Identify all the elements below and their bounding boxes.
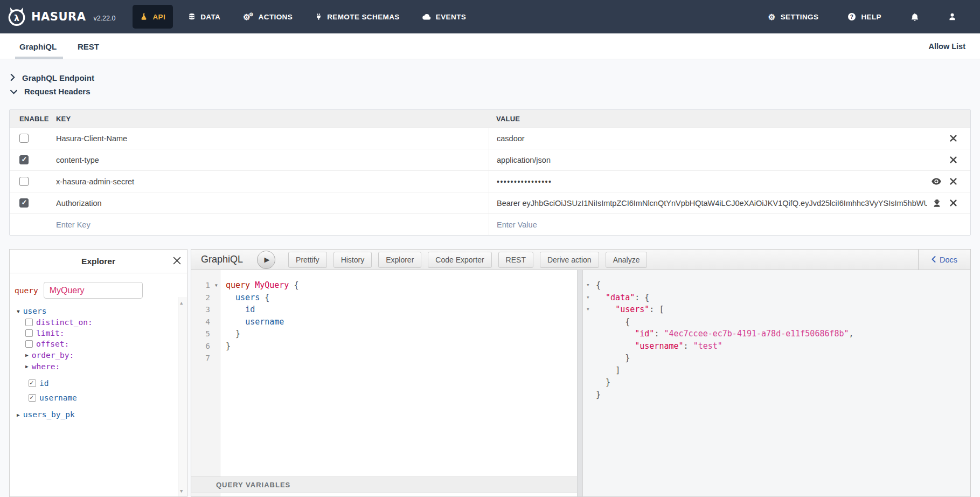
rest-button[interactable]: REST <box>498 252 533 268</box>
navbar-right: ⚙ SETTINGS ? HELP <box>761 5 964 29</box>
response-line: "username": "test" <box>583 340 970 353</box>
header-key-input[interactable] <box>56 199 489 208</box>
field-checkbox[interactable] <box>29 379 36 387</box>
explorer-arg-where[interactable]: where: <box>15 361 175 372</box>
enable-checkbox[interactable] <box>19 177 29 186</box>
tab-rest[interactable]: REST <box>75 33 101 59</box>
editor-response-divider[interactable] <box>577 270 583 496</box>
user-menu-button[interactable] <box>941 5 964 29</box>
svg-text:?: ? <box>850 14 854 20</box>
header-value-input[interactable] <box>497 134 944 143</box>
explorer-field-users-by-pk[interactable]: users_by_pk <box>15 409 175 420</box>
remove-header-button[interactable] <box>950 178 957 185</box>
code-line: users { <box>226 292 577 304</box>
nav-item-settings[interactable]: ⚙ SETTINGS <box>761 5 826 29</box>
header-key-input[interactable] <box>56 156 489 164</box>
explorer-arg-offset[interactable]: offset: <box>15 339 175 349</box>
explorer-body: query users distinct_on: limit: offset: … <box>10 273 187 496</box>
explorer-field-users[interactable]: users <box>15 305 175 317</box>
gutter-line-number: 7 <box>191 352 220 364</box>
explorer-button[interactable]: Explorer <box>378 252 421 268</box>
enable-checkbox[interactable] <box>19 134 29 143</box>
code-line: username <box>226 316 577 328</box>
nav-item-events[interactable]: EVENTS <box>415 5 474 29</box>
query-name-input[interactable] <box>44 282 143 299</box>
response-line: ] <box>583 364 970 377</box>
arg-checkbox[interactable] <box>25 340 33 348</box>
header-value-input[interactable] <box>497 156 944 164</box>
hasura-logo-icon[interactable]: λ <box>6 6 27 27</box>
notifications-button[interactable] <box>903 5 927 29</box>
explorer-scrollbar[interactable] <box>178 297 187 496</box>
explorer-field-username[interactable]: username <box>15 390 175 405</box>
arg-checkbox[interactable] <box>25 319 33 326</box>
reveal-value-eye-icon[interactable] <box>932 178 941 185</box>
explorer-arg-order-by[interactable]: order_by: <box>15 349 175 361</box>
graphql-endpoint-toggle[interactable]: GraphQL Endpoint <box>10 73 94 82</box>
new-header-key-input[interactable] <box>56 220 489 229</box>
enable-checkbox[interactable] <box>19 155 29 164</box>
new-header-value-input[interactable] <box>497 220 965 229</box>
nav-item-help[interactable]: ? HELP <box>840 5 889 29</box>
remove-header-button[interactable] <box>950 135 957 142</box>
top-navbar: λ HASURA v2.22.0 API DATA ⚙⚙ ACTIONS <box>0 0 980 33</box>
response-line: "users": [ <box>583 303 970 316</box>
arg-checkbox[interactable] <box>25 329 33 337</box>
close-icon[interactable] <box>173 257 181 265</box>
code-exporter-button[interactable]: Code Exporter <box>428 252 491 268</box>
field-checkbox[interactable] <box>29 394 36 402</box>
response-line: { <box>583 316 970 328</box>
query-variables-label: QUERY VARIABLES <box>216 481 290 489</box>
gears-icon: ⚙⚙ <box>243 13 253 21</box>
execute-query-button[interactable] <box>257 251 275 269</box>
enable-checkbox[interactable] <box>19 198 29 208</box>
derive-action-button[interactable]: Derive action <box>540 252 599 268</box>
explorer-arg-limit[interactable]: limit: <box>15 328 175 339</box>
nav-item-data[interactable]: DATA <box>180 5 228 29</box>
tab-graphiql[interactable]: GraphiQL <box>17 33 59 59</box>
response-line: { <box>583 279 970 292</box>
code-line: id <box>226 303 577 316</box>
history-button[interactable]: History <box>333 252 372 268</box>
explorer-arg-distinct-on[interactable]: distinct_on: <box>15 317 175 328</box>
explorer-title: Explorer <box>81 257 115 266</box>
docs-button[interactable]: Docs <box>918 250 970 270</box>
query-editor[interactable]: 1 2 3 4 5 6 7 query MyQuery { users { id… <box>191 270 577 496</box>
graphiql-toolbar: GraphiQL Prettify History Explorer Code … <box>191 250 970 270</box>
header-row-hasura-client-name <box>10 127 970 149</box>
request-headers-toggle[interactable]: Request Headers <box>10 87 91 96</box>
explorer-field-id[interactable]: id <box>15 376 175 390</box>
header-row-content-type <box>10 149 970 170</box>
response-line: } <box>583 389 970 401</box>
query-variables-bar[interactable]: QUERY VARIABLES <box>191 477 577 493</box>
response-pane: { "data": { "users": [ { "id": "4ec7ccee… <box>583 270 970 496</box>
header-value-input[interactable] <box>497 199 927 208</box>
decode-jwt-icon[interactable] <box>933 199 941 208</box>
header-key-input[interactable] <box>56 177 489 186</box>
gutter-line-number: 4 <box>191 316 220 328</box>
remove-header-button[interactable] <box>950 156 957 163</box>
code-line: query MyQuery { <box>226 279 577 292</box>
remove-header-button[interactable] <box>950 199 957 206</box>
query-code[interactable]: query MyQuery { users { id username } } <box>220 270 577 496</box>
chevron-right-icon <box>10 73 15 82</box>
nav-item-label: EVENTS <box>436 13 466 21</box>
nav-item-remote-schemas[interactable]: REMOTE SCHEMAS <box>308 5 407 29</box>
response-line: "data": { <box>583 292 970 304</box>
brand-title: HASURA <box>31 10 86 23</box>
gutter-line-number: 3 <box>191 303 220 316</box>
header-value-input-masked[interactable] <box>497 177 926 186</box>
gutter-line-number[interactable]: 1 <box>191 279 220 292</box>
analyze-button[interactable]: Analyze <box>606 252 648 268</box>
chevron-down-icon <box>10 87 17 96</box>
header-key-input[interactable] <box>56 134 489 143</box>
graphiql-body: 1 2 3 4 5 6 7 query MyQuery { users { id… <box>191 270 970 496</box>
prettify-button[interactable]: Prettify <box>288 252 327 268</box>
response-line: } <box>583 352 970 364</box>
nav-item-actions[interactable]: ⚙⚙ ACTIONS <box>235 5 300 29</box>
chevron-left-icon <box>932 256 936 264</box>
nav-item-api[interactable]: API <box>133 5 173 29</box>
allow-list-link[interactable]: Allow List <box>929 33 965 59</box>
section-label: Request Headers <box>24 87 91 96</box>
column-header-enable: ENABLE <box>10 115 56 123</box>
